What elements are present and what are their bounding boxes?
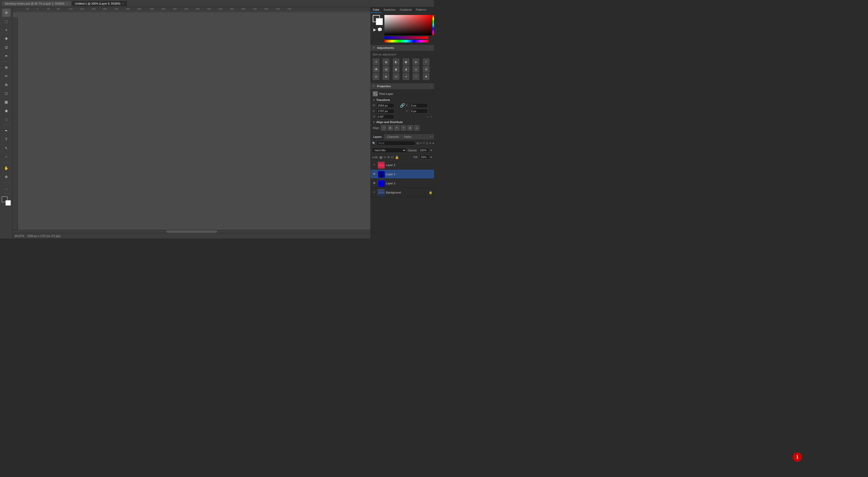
chain-icon[interactable]: 🔗 bbox=[400, 103, 405, 108]
adj-channel[interactable]: ◑ bbox=[403, 66, 409, 72]
align-center-v[interactable]: ⊟ bbox=[407, 125, 413, 131]
brush-tool[interactable]: ✏ bbox=[2, 72, 10, 80]
adj-gradient2[interactable]: ✦ bbox=[403, 73, 409, 80]
adj-colorlook[interactable]: ◎ bbox=[413, 66, 419, 72]
adj-levels[interactable]: ▨ bbox=[383, 59, 389, 65]
clone-tool[interactable]: ⊗ bbox=[2, 81, 10, 89]
y-input[interactable] bbox=[410, 109, 428, 114]
opacity-input[interactable] bbox=[418, 148, 429, 153]
angle-input[interactable] bbox=[376, 115, 394, 119]
tab-layers[interactable]: Layers bbox=[371, 134, 384, 139]
healing-tool[interactable]: ⊕ bbox=[2, 63, 10, 71]
adj-selective[interactable]: ⊡ bbox=[393, 73, 399, 80]
align-center-h[interactable]: ⊞ bbox=[388, 125, 393, 131]
marquee-tool[interactable]: ⬚ bbox=[2, 17, 10, 25]
hand-tool[interactable]: ✋ bbox=[2, 164, 10, 172]
properties-header[interactable]: ▼ Properties ⋯ bbox=[371, 83, 434, 89]
properties-expand[interactable]: ⋯ bbox=[429, 85, 432, 88]
more-tool[interactable]: … bbox=[2, 184, 10, 192]
adj-hs[interactable]: ▽ bbox=[423, 59, 429, 65]
color-value-bar[interactable] bbox=[384, 36, 428, 39]
filter-adjust-icon[interactable]: ✏ bbox=[420, 141, 422, 145]
align-top[interactable]: ⊤ bbox=[401, 125, 406, 131]
layer-1-visibility[interactable]: 👁 bbox=[372, 172, 376, 176]
hue-bar[interactable] bbox=[384, 40, 428, 42]
lock-all-icon[interactable]: 🔒 bbox=[395, 155, 399, 159]
layer-item-3[interactable]: 👁 Layer 3 bbox=[371, 160, 434, 169]
crop-tool[interactable]: ⊡ bbox=[2, 43, 10, 51]
tab-blending-modes[interactable]: blending modes.psd @ 66.7% (Layer 1, RGB… bbox=[2, 1, 71, 6]
background-visibility[interactable]: 👁 bbox=[372, 190, 376, 194]
gradient-tool[interactable]: ▦ bbox=[2, 98, 10, 106]
adj-pattern[interactable]: ✤ bbox=[423, 73, 429, 80]
dodge-tool[interactable]: ◌ bbox=[2, 115, 10, 123]
lasso-tool[interactable]: ⌖ bbox=[2, 26, 10, 34]
close-tab-1[interactable]: × bbox=[122, 2, 124, 5]
background-swatch[interactable] bbox=[376, 18, 383, 25]
flip-v-icon[interactable]: ↕ bbox=[430, 115, 432, 119]
zoom-tool[interactable]: ⊕ bbox=[2, 173, 10, 181]
eyedropper-tool[interactable]: ✒ bbox=[2, 52, 10, 60]
blur-tool[interactable]: ◉ bbox=[2, 106, 10, 115]
h-input[interactable] bbox=[376, 109, 394, 114]
adjustments-expand[interactable]: ⋯ bbox=[429, 46, 432, 49]
adj-exposure[interactable]: ▣ bbox=[403, 59, 409, 65]
background-color[interactable] bbox=[5, 200, 11, 206]
lock-position-icon[interactable]: ✣ bbox=[387, 155, 390, 159]
opacity-arrow[interactable]: ▼ bbox=[430, 149, 432, 152]
blend-mode-select[interactable]: Hard Mix Normal Multiply Screen Overlay … bbox=[372, 148, 406, 153]
layers-panel-menu[interactable]: ⋯ bbox=[429, 135, 432, 138]
align-left[interactable]: ⊣ bbox=[381, 125, 386, 131]
layers-search-input[interactable] bbox=[377, 141, 415, 146]
filter-toggle[interactable]: ● bbox=[432, 141, 434, 145]
eraser-tool[interactable]: ◻ bbox=[2, 89, 10, 97]
color-field[interactable] bbox=[384, 15, 432, 35]
align-header[interactable]: ▼ Align and Distribute bbox=[373, 121, 432, 124]
w-input[interactable] bbox=[376, 103, 394, 108]
filter-shape-icon[interactable]: ⊡ bbox=[426, 141, 428, 145]
filter-pixel-icon[interactable]: ⊞ bbox=[416, 141, 419, 145]
fg-bg-swatch-container[interactable] bbox=[373, 15, 383, 25]
layer-item-background[interactable]: 👁 Background 🔒 bbox=[371, 188, 434, 197]
adj-invert[interactable]: ⊞ bbox=[423, 66, 429, 72]
pen-tool[interactable]: ✒ bbox=[2, 127, 10, 135]
tab-channels[interactable]: Channels bbox=[384, 134, 401, 139]
text-tool[interactable]: T bbox=[2, 135, 10, 144]
shape-tool[interactable]: ○ bbox=[2, 153, 10, 161]
flip-h-icon[interactable]: ↔ bbox=[426, 115, 429, 119]
x-input[interactable] bbox=[410, 103, 428, 108]
filter-text-icon[interactable]: T bbox=[423, 141, 425, 145]
h-scrollbar[interactable] bbox=[13, 230, 370, 233]
align-bottom[interactable]: ⊥ bbox=[414, 125, 420, 131]
path-select-tool[interactable]: ↖ bbox=[2, 144, 10, 152]
color-swatches[interactable] bbox=[2, 196, 11, 206]
tab-gradients[interactable]: Gradients bbox=[398, 7, 414, 13]
adjustments-header[interactable]: ▼ Adjustments ⋯ bbox=[371, 45, 434, 51]
adj-vibrance[interactable]: ◈ bbox=[413, 59, 419, 65]
tab-patterns[interactable]: Patterns bbox=[414, 7, 428, 13]
tab-paths[interactable]: Paths bbox=[402, 134, 414, 139]
adj-curves[interactable]: ◧ bbox=[393, 59, 399, 65]
play-icon[interactable]: ▶ bbox=[373, 27, 376, 32]
adj-threshold[interactable]: ⊠ bbox=[383, 73, 389, 80]
tab-untitled[interactable]: Untitled-1 @ 200% (Layer 6, RGB/8) × bbox=[72, 1, 127, 6]
tab-color[interactable]: Color bbox=[371, 7, 381, 13]
lock-image-icon[interactable]: ✏ bbox=[383, 155, 386, 159]
quick-select-tool[interactable]: ✤ bbox=[2, 35, 10, 43]
layer-item-2[interactable]: 👁 Layer 2 bbox=[371, 179, 434, 188]
adj-bw[interactable]: ▤ bbox=[383, 66, 389, 72]
close-tab-0[interactable]: × bbox=[66, 2, 68, 5]
layer-2-visibility[interactable]: 👁 bbox=[372, 181, 376, 185]
lock-pixels-icon[interactable]: ▦ bbox=[379, 155, 382, 159]
adj-brightness[interactable]: ☀ bbox=[373, 59, 379, 65]
adj-photo[interactable]: ▦ bbox=[393, 66, 399, 72]
tab-swatches[interactable]: Swatches bbox=[381, 7, 398, 13]
color-gradient-picker[interactable] bbox=[384, 15, 432, 42]
adj-solidcolor[interactable]: ✧ bbox=[413, 73, 419, 80]
hue-slider[interactable] bbox=[432, 15, 434, 35]
adj-posterize[interactable]: ⊟ bbox=[373, 73, 379, 80]
transform-header[interactable]: ▼ Transform bbox=[373, 98, 432, 101]
fill-input[interactable] bbox=[420, 155, 429, 159]
align-right[interactable]: ⊢ bbox=[394, 125, 400, 131]
lock-artboard-icon[interactable]: ⊡ bbox=[391, 155, 394, 159]
